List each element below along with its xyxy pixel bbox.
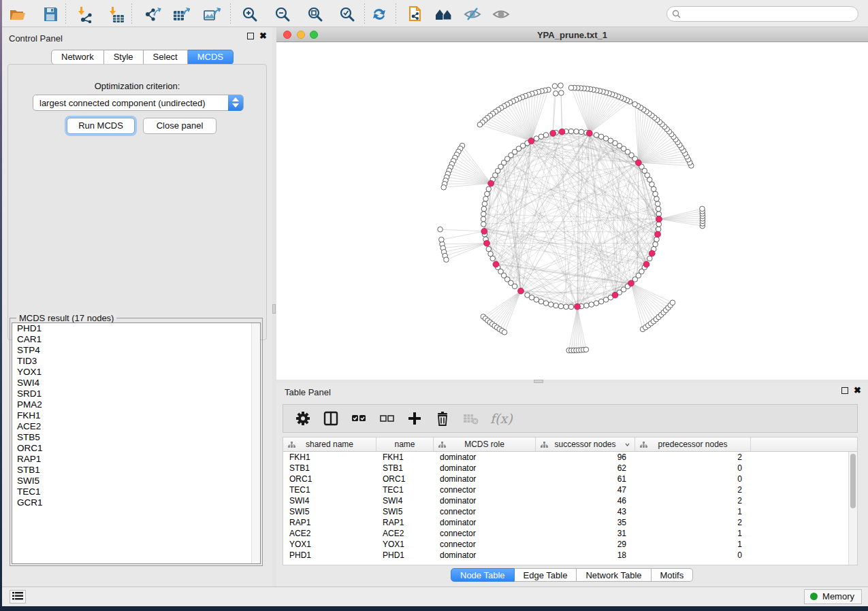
table-cell[interactable] xyxy=(751,506,849,517)
table-cell[interactable]: 1 xyxy=(635,539,751,550)
mcds-result-item[interactable]: SWI5 xyxy=(12,476,260,486)
export-image-icon[interactable] xyxy=(203,5,221,23)
table-cell[interactable]: 47 xyxy=(536,484,635,495)
table-row[interactable]: YOX1YOX1connector291 xyxy=(283,539,849,550)
table-cell[interactable]: YOX1 xyxy=(283,539,376,550)
mcds-result-item[interactable]: STB5 xyxy=(12,432,260,443)
run-mcds-button[interactable]: Run MCDS xyxy=(67,118,135,134)
mcds-result-item[interactable]: GCR1 xyxy=(12,497,260,508)
memory-button[interactable]: Memory xyxy=(804,589,862,604)
table-row[interactable]: PHD1PHD1dominator180 xyxy=(283,550,849,561)
table-row[interactable]: RAP1RAP1dominator352 xyxy=(283,517,849,528)
tab-motifs[interactable]: Motifs xyxy=(652,568,694,582)
table-cell[interactable]: FKH1 xyxy=(283,452,376,463)
table-cell[interactable]: STB1 xyxy=(376,463,434,474)
float-panel-icon[interactable] xyxy=(841,387,848,394)
table-cell[interactable] xyxy=(751,474,849,484)
table-cell[interactable]: 2 xyxy=(635,517,751,528)
optimization-criterion-select[interactable]: largest connected component (undirected) xyxy=(33,95,244,111)
table-cell[interactable]: 35 xyxy=(536,517,635,528)
add-row-icon[interactable] xyxy=(406,410,423,427)
table-cell[interactable]: dominator xyxy=(434,517,536,528)
table-cell[interactable]: dominator xyxy=(434,474,536,484)
show-all-icon[interactable] xyxy=(492,5,510,23)
table-cell[interactable]: STB1 xyxy=(283,463,376,474)
mcds-result-item[interactable]: RAP1 xyxy=(12,454,260,465)
save-session-icon[interactable] xyxy=(42,5,59,23)
table-row[interactable]: FKH1FKH1dominator962 xyxy=(283,452,849,463)
open-file-icon[interactable] xyxy=(9,5,27,23)
network-window-titlebar[interactable]: YPA_prune.txt_1 xyxy=(276,27,868,42)
delete-icon[interactable] xyxy=(434,410,451,427)
deselect-all-icon[interactable] xyxy=(379,410,395,427)
mcds-result-item[interactable]: CAR1 xyxy=(12,334,260,345)
tab-edge-table[interactable]: Edge Table xyxy=(515,568,577,582)
zoom-out-icon[interactable] xyxy=(274,5,291,23)
close-panel-icon[interactable]: ✖ xyxy=(854,387,861,394)
table-cell[interactable]: connector xyxy=(434,528,536,539)
table-cell[interactable] xyxy=(751,517,849,528)
table-row[interactable]: SWI5SWI5connector431 xyxy=(283,506,849,517)
refresh-icon[interactable] xyxy=(370,5,388,23)
table-row[interactable]: ORC1ORC1dominator610 xyxy=(283,474,849,484)
table-row[interactable]: TEC1TEC1connector472 xyxy=(283,484,849,495)
table-cell[interactable]: FKH1 xyxy=(376,452,434,463)
mcds-result-item[interactable]: ORC1 xyxy=(12,443,260,454)
table-cell[interactable]: 61 xyxy=(536,474,635,484)
hide-selected-icon[interactable] xyxy=(464,5,481,23)
mcds-result-item[interactable]: TEC1 xyxy=(12,486,260,497)
export-table-icon[interactable] xyxy=(172,5,190,23)
table-cell[interactable]: PHD1 xyxy=(376,550,434,561)
new-network-from-file-icon[interactable] xyxy=(407,5,425,23)
float-panel-icon[interactable] xyxy=(247,33,254,39)
table-cell[interactable]: TEC1 xyxy=(376,484,434,495)
table-cell[interactable]: 2 xyxy=(635,452,751,463)
table-cell[interactable] xyxy=(751,463,849,474)
table-cell[interactable]: SWI4 xyxy=(376,495,434,506)
scrollbar-thumb[interactable] xyxy=(850,454,856,508)
table-cell[interactable]: dominator xyxy=(434,463,536,474)
table-cell[interactable]: 18 xyxy=(536,550,635,561)
table-cell[interactable]: 1 xyxy=(635,506,751,517)
table-cell[interactable]: 1 xyxy=(635,528,751,539)
mcds-result-item[interactable]: YOX1 xyxy=(12,367,260,378)
column-header-successor-nodes[interactable]: successor nodes xyxy=(536,437,635,451)
mcds-result-item[interactable]: STB1 xyxy=(12,465,260,476)
table-cell[interactable]: 31 xyxy=(536,528,635,539)
mcds-result-item[interactable]: SWI4 xyxy=(12,378,260,389)
zoom-in-icon[interactable] xyxy=(241,5,259,23)
zoom-fit-icon[interactable] xyxy=(306,5,324,23)
close-panel-icon[interactable]: ✖ xyxy=(259,33,267,39)
select-all-icon[interactable] xyxy=(351,410,367,427)
table-cell[interactable]: ACE2 xyxy=(376,528,434,539)
table-cell[interactable]: dominator xyxy=(434,550,536,561)
column-header-mcds-role[interactable]: MCDS role xyxy=(434,437,536,451)
table-cell[interactable]: connector xyxy=(434,506,536,517)
table-cell[interactable]: connector xyxy=(434,484,536,495)
show-columns-icon[interactable] xyxy=(323,410,339,427)
table-cell[interactable]: SWI5 xyxy=(376,506,434,517)
table-cell[interactable]: SWI4 xyxy=(283,495,376,506)
mcds-result-item[interactable]: FKH1 xyxy=(12,410,260,421)
tab-node-table[interactable]: Node Table xyxy=(451,568,515,582)
table-cell[interactable]: 62 xyxy=(536,463,635,474)
table-cell[interactable]: 0 xyxy=(635,474,751,484)
search-field[interactable] xyxy=(666,6,858,22)
table-cell[interactable]: 0 xyxy=(635,463,751,474)
task-history-button[interactable] xyxy=(10,590,26,604)
table-cell[interactable]: 96 xyxy=(536,452,635,463)
table-cell[interactable]: YOX1 xyxy=(376,539,434,550)
first-neighbors-icon[interactable] xyxy=(435,5,453,23)
table-cell[interactable] xyxy=(751,539,849,550)
table-cell[interactable]: 29 xyxy=(536,539,635,550)
splitter-handle[interactable] xyxy=(272,304,276,314)
zoom-selected-icon[interactable] xyxy=(338,5,356,23)
mcds-result-item[interactable]: SRD1 xyxy=(12,389,260,399)
mcds-result-item[interactable]: ACE2 xyxy=(12,421,260,432)
table-cell[interactable]: TEC1 xyxy=(283,484,376,495)
table-cell[interactable]: ORC1 xyxy=(283,474,376,484)
table-cell[interactable]: ACE2 xyxy=(283,528,376,539)
table-cell[interactable]: RAP1 xyxy=(376,517,434,528)
mcds-result-item[interactable]: STP4 xyxy=(12,345,260,356)
table-cell[interactable]: 0 xyxy=(635,550,751,561)
